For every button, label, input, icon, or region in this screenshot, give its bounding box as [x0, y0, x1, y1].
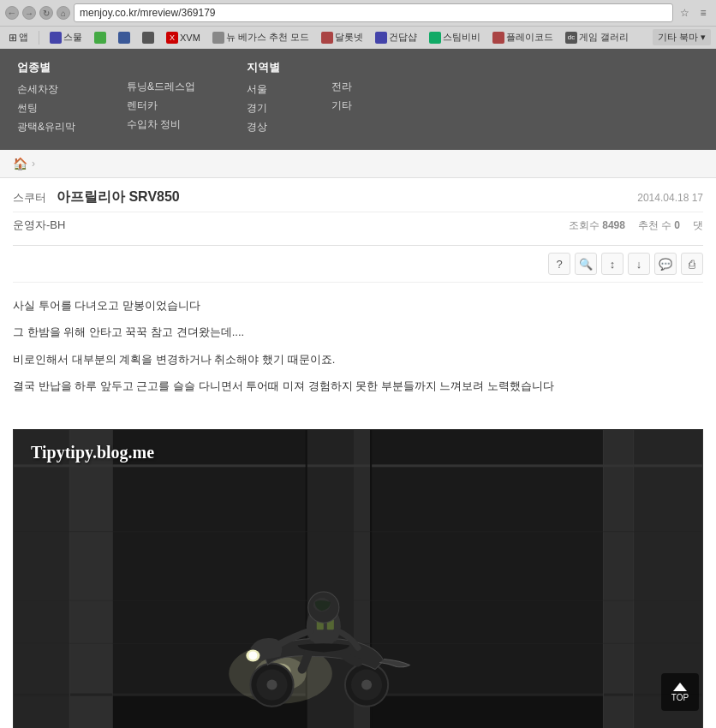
article-title: 아프릴리아 SRV850 — [57, 188, 180, 206]
article-image: Tipytipy.blog.me — [13, 429, 703, 728]
bookmark-label: XVM — [180, 33, 200, 43]
top-arrow-icon — [673, 683, 687, 691]
bookmark-icon — [94, 32, 106, 44]
bookmark-icon — [212, 32, 224, 44]
bookmark-icon — [142, 32, 154, 44]
article-toolbar: ? 🔍 ↕ ↓ 💬 ⎙ — [13, 246, 703, 283]
refresh-button[interactable]: ↻ — [39, 6, 53, 20]
top-label: TOP — [671, 693, 689, 702]
menu-button[interactable]: ≡ — [695, 5, 711, 21]
recommend-value: 0 — [674, 219, 680, 231]
expand-button[interactable]: ↕ — [601, 253, 624, 275]
star-button[interactable]: ☆ — [677, 5, 692, 21]
article-container: 스쿠터 아프릴리아 SRV850 2014.04.18 17 운영자-BH 조회… — [0, 178, 716, 728]
bookmark-dc[interactable]: dc 게임 갤러리 — [562, 29, 632, 45]
nav-col-service: 튜닝&드레스업 렌터카 수입차 정비 — [127, 60, 195, 139]
forward-button[interactable]: → — [22, 6, 36, 20]
bookmark-xvm[interactable]: X XVM — [163, 30, 204, 45]
motorcycle-scene: Tipytipy.blog.me — [13, 429, 703, 728]
back-button[interactable]: ← — [5, 6, 19, 20]
comment-button[interactable]: 💬 — [654, 253, 677, 275]
nav-item-import[interactable]: 수입차 정비 — [127, 117, 195, 132]
recommend-count: 추천 수 0 — [638, 218, 680, 233]
browser-toolbar: ← → ↻ ⌂ menjoy.co.kr/mreview/369179 ☆ ≡ — [0, 0, 716, 26]
top-button[interactable]: TOP — [661, 673, 699, 711]
chevron-down-icon: ▾ — [701, 32, 706, 43]
bookmarks-bar: ⊞ 앱 스물 X XVM 뉴 베가스 추천 모드 달롯넷 — [0, 26, 716, 48]
nav-col-header-empty2 — [331, 60, 352, 73]
bookmark-apps[interactable]: ⊞ 앱 — [5, 29, 32, 45]
browser-chrome: ← → ↻ ⌂ menjoy.co.kr/mreview/369179 ☆ ≡ … — [0, 0, 716, 49]
nav-item-gyeongnam[interactable]: 경상 — [247, 120, 280, 134]
view-count: 조회수 8498 — [569, 218, 625, 233]
zoom-button[interactable]: 🔍 — [575, 253, 597, 275]
other-bookmarks-button[interactable]: 기타 북마 ▾ — [653, 29, 711, 45]
bookmark-separator — [39, 31, 39, 45]
nav-item-jeonla[interactable]: 전라 — [331, 80, 352, 94]
bookmark-vegas[interactable]: 뉴 베가스 추천 모드 — [209, 29, 313, 45]
home-icon[interactable]: 🏠 — [13, 157, 27, 170]
article-stats: 조회수 8498 추천 수 0 댓 — [569, 218, 703, 233]
bookmark-icon — [429, 32, 441, 44]
bookmark-scool[interactable]: 스물 — [46, 29, 86, 45]
nav-col-region: 지역별 서울 경기 경상 — [247, 60, 280, 139]
bookmark-circle[interactable] — [139, 30, 158, 45]
svg-point-25 — [361, 679, 372, 689]
nav-item-tuning[interactable]: 튜닝&드레스업 — [127, 80, 195, 94]
bookmark-geondap[interactable]: 건답샵 — [372, 29, 421, 45]
article-header: 스쿠터 아프릴리아 SRV850 2014.04.18 17 운영자-BH 조회… — [13, 178, 703, 246]
bookmark-fb[interactable] — [115, 30, 134, 45]
bookmark-icon: X — [166, 32, 178, 44]
svg-rect-3 — [14, 430, 69, 728]
content-line3: 비로인해서 대부분의 계획을 변경하거나 취소해야 했기 때문이죠. — [13, 349, 703, 369]
bookmark-playcode[interactable]: 플레이코드 — [489, 29, 557, 45]
tunnel-svg — [14, 430, 702, 728]
svg-point-28 — [266, 679, 277, 689]
nav-item-rental[interactable]: 렌터카 — [127, 98, 195, 113]
article-author: 운영자-BH — [13, 218, 65, 233]
bookmark-label: 앱 — [19, 31, 28, 44]
nav-col-header: 업종별 — [17, 60, 75, 75]
content-line2: 그 한밤을 위해 안타고 꾹꾹 참고 견뎌왔는데.... — [13, 322, 703, 342]
bookmark-label: 스물 — [63, 31, 82, 44]
print-button[interactable]: ⎙ — [681, 253, 703, 275]
bookmark-line[interactable] — [91, 30, 110, 45]
content-line1: 사실 투어를 다녀오고 맏봉이었습니다 — [13, 295, 703, 315]
home-button[interactable]: ⌂ — [57, 6, 70, 20]
bookmark-icon — [118, 32, 130, 44]
breadcrumb: 🏠 › — [0, 150, 716, 178]
comment-count: 댓 — [693, 218, 703, 233]
article-category: 스쿠터 — [13, 190, 46, 206]
bookmark-dalot[interactable]: 달롯넷 — [318, 29, 367, 45]
article-content: 사실 투어를 다녀오고 맏봉이었습니다 그 한밤을 위해 안타고 꾹꾹 참고 견… — [13, 283, 703, 416]
bookmark-label: 달롯넷 — [335, 31, 363, 44]
bookmark-label: 게임 갤러리 — [579, 31, 629, 44]
recommend-label: 추천 수 — [638, 218, 671, 233]
nav-item-seoul[interactable]: 서울 — [247, 82, 280, 97]
bookmark-icon: dc — [565, 32, 577, 44]
bookmark-icon — [50, 32, 62, 44]
nav-item-other-region[interactable]: 기타 — [331, 98, 352, 113]
question-button[interactable]: ? — [548, 253, 570, 275]
svg-rect-4 — [69, 430, 112, 728]
bookmark-icon — [492, 32, 504, 44]
bookmark-icon — [321, 32, 333, 44]
bookmark-label: 스팀비비 — [443, 31, 480, 44]
nav-col-region2: 전라 기타 — [331, 60, 352, 139]
bookmark-label: 건답샵 — [389, 31, 417, 44]
other-bookmarks-label: 기타 북마 — [658, 31, 698, 44]
nav-item-coating[interactable]: 광택&유리막 — [17, 120, 75, 134]
bookmark-icon — [375, 32, 387, 44]
down-button[interactable]: ↓ — [628, 253, 650, 275]
nav-menu: 업종별 손세차장 썬팅 광택&유리막 튜닝&드레스업 렌터카 수입차 정비 지역… — [0, 49, 716, 150]
comment-label: 댓 — [693, 218, 703, 233]
nav-item-gyeonggi[interactable]: 경기 — [247, 101, 280, 116]
bookmark-steambb[interactable]: 스팀비비 — [426, 29, 484, 45]
article-category-title-row: 스쿠터 아프릴리아 SRV850 2014.04.18 17 — [13, 188, 703, 206]
nav-region-header: 지역별 — [247, 60, 280, 75]
nav-menu-inner: 업종별 손세차장 썬팅 광택&유리막 튜닝&드레스업 렌터카 수입차 정비 지역… — [0, 56, 716, 143]
address-bar[interactable]: menjoy.co.kr/mreview/369179 — [74, 3, 673, 22]
views-value: 8498 — [602, 219, 625, 231]
nav-item-car-wash[interactable]: 손세차장 — [17, 82, 75, 97]
nav-item-tinting[interactable]: 썬팅 — [17, 101, 75, 116]
